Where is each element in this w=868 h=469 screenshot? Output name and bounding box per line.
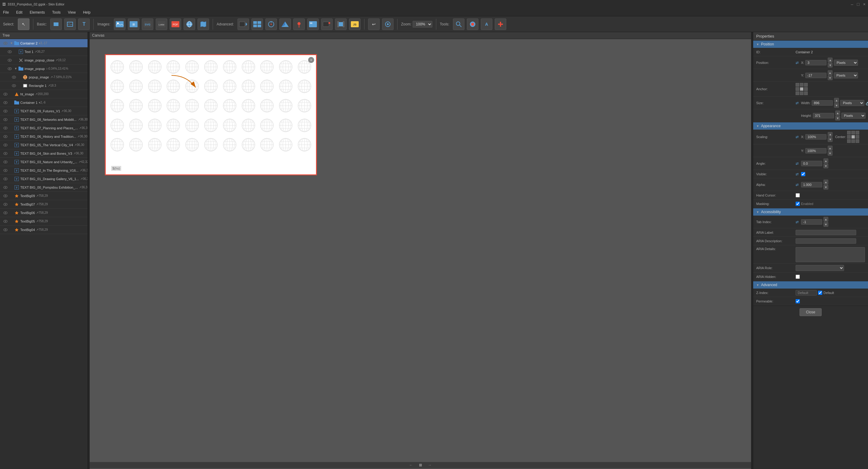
center-grid[interactable] (847, 131, 859, 143)
width-input[interactable] (812, 100, 833, 106)
x-spin-up[interactable]: ▲ (828, 58, 833, 62)
lottie-button[interactable]: Lottie (156, 19, 167, 30)
advanced-js-button[interactable]: JS (349, 19, 361, 30)
advanced-pin-button[interactable] (293, 19, 305, 30)
anchor-br[interactable] (804, 92, 808, 95)
width-spin-down[interactable]: ▼ (834, 103, 839, 108)
center-bc[interactable] (851, 139, 855, 143)
canvas-content[interactable]: × (90, 39, 751, 468)
eye-icon[interactable] (2, 218, 8, 224)
advanced-film-button[interactable] (335, 19, 347, 30)
x-scale-spin-up[interactable]: ▲ (828, 132, 833, 137)
center-tl[interactable] (847, 131, 851, 134)
tree-item[interactable]: TTEXT BIG_07_Planning and Places_...↗36,… (0, 124, 88, 132)
center-tr[interactable] (856, 131, 859, 134)
eye-icon[interactable] (2, 116, 8, 123)
tree-item[interactable]: image_popup_close↗19,12 (0, 56, 88, 65)
position-transform-icon[interactable]: ⇄ (796, 61, 799, 65)
anchor-tl[interactable] (796, 83, 799, 87)
alpha-transform-icon[interactable]: ⇄ (796, 182, 799, 187)
advanced-wind-button[interactable] (279, 19, 291, 30)
tools-special-button[interactable] (495, 19, 506, 30)
eye-icon[interactable] (2, 125, 8, 131)
accessibility-section-header[interactable]: ▼ Accessibility (753, 208, 868, 215)
permeable-checkbox[interactable] (796, 299, 800, 303)
tree-item[interactable]: TTEXT BIG_05_The Vertical City_V4↗36,30 (0, 141, 88, 149)
advanced-grid-button[interactable] (251, 19, 263, 30)
menu-help[interactable]: Help (82, 10, 92, 15)
eye-icon[interactable] (2, 193, 8, 199)
position-section-header[interactable]: ▼ Position (753, 41, 868, 48)
height-input[interactable] (813, 113, 834, 119)
menu-edit[interactable]: Edit (15, 10, 24, 15)
eye-icon[interactable] (2, 201, 8, 207)
alpha-spin-down[interactable]: ▼ (824, 185, 828, 190)
anchor-bc[interactable] (800, 92, 803, 95)
size-transform-icon[interactable]: ⇄ (796, 101, 799, 105)
anchor-tr[interactable] (804, 83, 808, 87)
z-index-input[interactable] (796, 290, 817, 296)
y-scale-spin-up[interactable]: ▲ (828, 146, 833, 150)
tree-item[interactable]: Container 1♦2,-6 (0, 98, 88, 107)
tree-item[interactable]: TextBig05↗758,29 (0, 217, 88, 226)
advanced-video-button[interactable] (238, 19, 249, 30)
width-unit-select[interactable]: Pixels Percent (840, 100, 864, 106)
tree-item[interactable]: TTEXT BIG_09_Futures_V1↗36,30 (0, 107, 88, 115)
x-scale-input[interactable] (805, 134, 827, 140)
size-link-icon[interactable]: 🔗 (866, 101, 868, 105)
close-properties-button[interactable]: Close (800, 308, 822, 316)
basic-image-button[interactable] (64, 19, 76, 30)
y-spin-up[interactable]: ▲ (828, 70, 833, 75)
select-tool-button[interactable]: ↖ (18, 19, 29, 30)
eye-icon[interactable] (2, 176, 8, 182)
anchor-mc[interactable] (800, 87, 803, 91)
tree-toggle[interactable]: ▼ (13, 66, 18, 71)
center-tc[interactable] (851, 131, 855, 134)
menu-file[interactable]: File (2, 10, 10, 15)
center-mc[interactable] (851, 135, 855, 139)
tools-search-button[interactable] (453, 19, 464, 30)
angle-spin-up[interactable]: ▲ (824, 158, 828, 163)
zoom-select[interactable]: 100% 50% 150% 200% (413, 21, 432, 28)
eye-icon[interactable] (2, 100, 8, 106)
height-spin-up[interactable]: ▲ (835, 110, 840, 115)
tree-item[interactable]: ht_image↗200,200 (0, 90, 88, 98)
anchor-mr[interactable] (804, 87, 808, 91)
scroll-left-button[interactable]: ← (409, 463, 413, 467)
aria-role-select[interactable] (796, 265, 844, 271)
tree-item[interactable]: TTEXT BIG_08_Networks and Mobilit...↗36,… (0, 115, 88, 124)
advanced-section-header[interactable]: ▼ Advanced (753, 281, 868, 289)
basic-text-button[interactable]: T (78, 19, 90, 30)
eye-icon[interactable] (7, 66, 13, 72)
eye-icon[interactable] (2, 134, 8, 140)
hand-cursor-checkbox[interactable] (796, 193, 800, 197)
aria-label-input[interactable] (796, 230, 856, 235)
aria-hidden-checkbox[interactable] (796, 275, 800, 279)
web-button[interactable] (184, 19, 195, 30)
tab-index-spin-down[interactable]: ▼ (824, 222, 828, 227)
tree-item[interactable]: TTEXT BIG_03_Nature and Urbanity_...↗42,… (0, 158, 88, 166)
redo-button[interactable] (382, 19, 394, 30)
eye-icon[interactable] (2, 210, 8, 216)
undo-button[interactable]: ↩ (368, 19, 380, 30)
close-window-button[interactable]: × (863, 2, 866, 7)
x-unit-select[interactable]: Pixels Percent (834, 60, 858, 66)
x-spin-down[interactable]: ▼ (828, 63, 833, 68)
advanced-compass-button[interactable] (266, 19, 277, 30)
minimize-button[interactable]: – (851, 2, 854, 7)
width-spin-up[interactable]: ▲ (834, 98, 839, 103)
center-bl[interactable] (847, 139, 851, 143)
eye-icon[interactable] (2, 185, 8, 191)
eye-icon[interactable] (7, 49, 13, 55)
tools-palette-button[interactable] (467, 19, 478, 30)
tree-item[interactable]: TTEXT BIG_02_In The Beginning_V16...↗36,… (0, 166, 88, 175)
alpha-input[interactable] (801, 182, 822, 188)
tree-item[interactable]: TTEXT BIG_04_Skin and Bones_V3↗36,30 (0, 149, 88, 158)
tree-item[interactable]: TTEXT BIG_06_History and Tradition...↗36… (0, 132, 88, 141)
anchor-bl[interactable] (796, 92, 799, 95)
center-ml[interactable] (847, 135, 851, 139)
visible-transform-icon[interactable]: ⇄ (796, 172, 799, 176)
tree-item[interactable]: TTEXT BIG_00_Pompidou Exhibition_...↗36,… (0, 183, 88, 192)
basic-rect-button[interactable] (50, 19, 62, 30)
appearance-section-header[interactable]: ▼ Appearance (753, 122, 868, 130)
